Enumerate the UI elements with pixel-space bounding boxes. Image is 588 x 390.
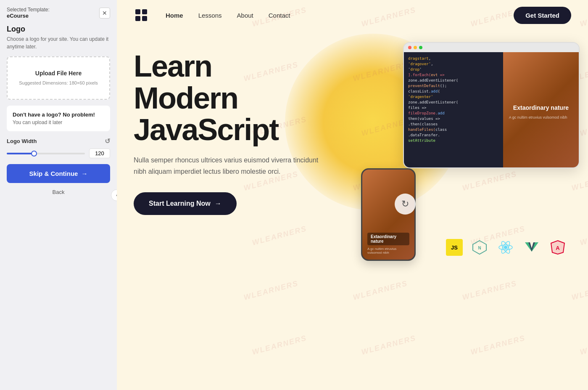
nav-links: Home Lessons About Contact	[166, 12, 514, 19]
hero-title: Learn Modern JavaScript	[134, 50, 319, 146]
svg-text:A: A	[556, 245, 560, 251]
nav-get-started-button[interactable]: Get Started	[514, 7, 571, 24]
logo-section-title: Logo	[7, 25, 110, 34]
tablet-image-title: Extaordinary nature	[509, 100, 573, 115]
refresh-icon: ↻	[395, 194, 416, 215]
devices-area: dragstart, 'dragover', 'drop' ].forEach(…	[361, 34, 580, 269]
selected-template-bar: Selected Template: eCourse ✕	[7, 7, 110, 19]
slider-thumb[interactable]	[31, 151, 37, 157]
preview-area: WLEARNERS WLEARNERS WLEARNERS WLEARNERS …	[117, 0, 588, 390]
upload-box[interactable]: Upload File Here Suggested Dimensions: 1…	[7, 56, 110, 100]
nav-link-home[interactable]: Home	[166, 12, 183, 19]
tablet-top-bar	[404, 43, 579, 52]
left-panel: Selected Template: eCourse ✕ Logo Choose…	[0, 0, 117, 390]
skip-continue-button[interactable]: Skip & Continue →	[7, 164, 110, 183]
svg-rect-3	[142, 16, 147, 21]
dot-yellow	[414, 46, 417, 49]
site-nav: Home Lessons About Contact Get Started	[117, 0, 588, 30]
phone-tag: Extaordinary nature	[367, 233, 409, 245]
close-button[interactable]: ✕	[99, 8, 110, 19]
upload-box-title: Upload File Here	[16, 70, 101, 77]
svg-rect-2	[135, 16, 140, 21]
slider-fill	[7, 153, 34, 154]
tech-icons-row: JS N	[446, 238, 567, 257]
react-icon	[496, 238, 515, 257]
hero-cta-button[interactable]: Start Learning Now →	[134, 192, 237, 215]
svg-rect-0	[135, 9, 140, 14]
svg-point-6	[504, 246, 507, 249]
selected-template-label: Selected Template:	[7, 7, 50, 13]
tablet-code: dragstart, 'dragover', 'drop' ].forEach(…	[404, 52, 503, 167]
logo-width-label: Logo Width ↺	[7, 137, 110, 145]
no-logo-box: Don't have a logo? No problem! You can u…	[7, 106, 110, 131]
angular-icon: A	[548, 238, 567, 257]
tablet-content: dragstart, 'dragover', 'drop' ].forEach(…	[404, 52, 579, 167]
selected-template-name: eCourse	[7, 13, 50, 19]
nav-logo	[134, 8, 149, 23]
logo-width-section: Logo Width ↺	[7, 137, 110, 158]
reset-icon[interactable]: ↺	[105, 137, 110, 145]
nav-link-about[interactable]: About	[237, 12, 253, 19]
svg-text:N: N	[478, 246, 481, 250]
slider-value-input[interactable]	[89, 149, 110, 158]
logo-section-desc: Choose a logo for your site. You can upd…	[7, 35, 110, 50]
js-icon: JS	[446, 239, 463, 256]
nav-link-contact[interactable]: Contact	[269, 12, 290, 19]
dot-red	[408, 46, 411, 49]
hero-content: Learn Modern JavaScript Nulla semper rho…	[134, 50, 319, 215]
logo-section: Logo Choose a logo for your site. You ca…	[7, 25, 110, 50]
slider-row	[7, 149, 110, 158]
tablet-mockup: dragstart, 'dragover', 'drop' ].forEach(…	[403, 42, 580, 168]
no-logo-title: Don't have a logo? No problem!	[13, 111, 104, 118]
tablet-image: Extaordinary nature A gc nultim etruvius…	[503, 52, 579, 167]
phone-mockup: Extaordinary nature A gc nultim etruvius…	[361, 168, 416, 261]
selected-template-info: Selected Template: eCourse	[7, 7, 50, 19]
nav-logo-icon	[134, 8, 149, 23]
hero-description: Nulla semper rhoncus ultrices varius eui…	[134, 154, 319, 177]
back-link[interactable]: Back	[7, 189, 110, 195]
phone-caption: A gc nultim etruvius vulsomod nibh	[367, 247, 409, 255]
svg-rect-1	[142, 9, 147, 14]
collapse-panel-button[interactable]: ‹	[111, 189, 117, 201]
phone-content: Extaordinary nature A gc nultim etruvius…	[362, 170, 414, 260]
nodejs-icon: N	[470, 238, 489, 257]
no-logo-sub: You can upload it later	[13, 119, 104, 125]
tablet-image-sub: A gc nultim etruvius vulsomod nibh	[509, 115, 573, 119]
slider-track[interactable]	[7, 153, 85, 154]
upload-box-sub: Suggested Dimensions: 180×60 pixels	[16, 80, 101, 86]
nav-link-lessons[interactable]: Lessons	[198, 12, 222, 19]
dot-green	[419, 46, 422, 49]
vue-icon	[522, 238, 541, 257]
